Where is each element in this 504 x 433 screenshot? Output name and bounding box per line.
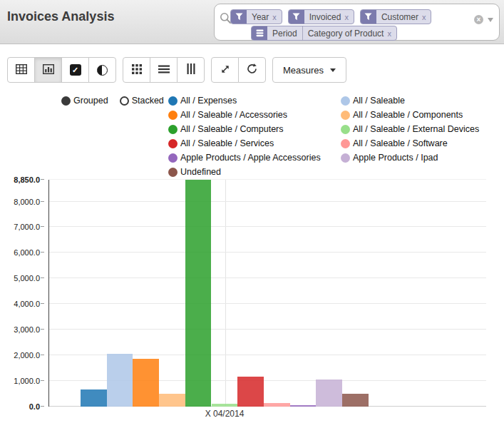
y-tick-mark — [41, 201, 44, 202]
legend-item[interactable]: All / Expenses — [168, 93, 341, 108]
legend-item[interactable]: All / Saleable / Components — [341, 108, 479, 122]
bar[interactable] — [264, 403, 290, 407]
legend-label: Apple Products / Ipad — [353, 153, 438, 163]
legend-item[interactable]: All / Saleable — [341, 93, 479, 108]
table-grid-icon — [16, 64, 27, 76]
grid-dots-icon — [132, 64, 142, 76]
remove-facet-icon[interactable]: x — [422, 13, 426, 21]
bar[interactable] — [159, 394, 185, 407]
legend-item[interactable]: Undefined — [168, 165, 341, 179]
legend-color-dot — [168, 111, 178, 120]
groupby-facet-segment[interactable]: Period — [267, 26, 302, 40]
remove-facet-icon[interactable]: x — [344, 13, 349, 21]
search-facet[interactable]: Yearx — [230, 9, 282, 24]
legend-color-dot — [341, 96, 350, 106]
legend-color-dot — [168, 96, 178, 106]
grouped-radio[interactable]: Grouped — [61, 96, 108, 106]
refresh-button[interactable] — [238, 57, 266, 83]
measures-label: Measures — [283, 65, 324, 76]
bar[interactable] — [290, 405, 317, 407]
search-facet[interactable]: Invoicedx — [288, 9, 354, 24]
legend-label: Apple Products / Apple Accessories — [180, 153, 321, 163]
y-tick-label: 1,000.0 — [14, 377, 40, 385]
clear-search-icon[interactable]: × — [474, 15, 483, 24]
chart-mode-controls: Grouped Stacked — [61, 93, 164, 108]
facet-label: Period — [272, 29, 297, 39]
legend-color-dot — [341, 125, 350, 134]
y-tick-mark — [41, 329, 44, 330]
legend-label: All / Saleable / Computers — [180, 124, 284, 134]
bar[interactable] — [185, 180, 212, 407]
bar[interactable] — [212, 404, 238, 407]
bar[interactable] — [342, 394, 369, 407]
bar[interactable] — [316, 379, 342, 407]
radio-unchecked-icon — [120, 96, 129, 106]
y-tick-label: 3,000.0 — [14, 325, 40, 334]
rows-layout-button[interactable] — [150, 57, 178, 83]
legend-label: All / Expenses — [180, 96, 237, 106]
y-tick-mark — [41, 226, 44, 227]
legend-color-dot — [341, 111, 350, 120]
stacked-radio-label: Stacked — [132, 96, 164, 106]
facet-row-1: Yearx Invoicedx Customerx — [230, 9, 431, 24]
groupby-facet-segment[interactable]: Category of Productx — [302, 26, 396, 40]
y-tick-mark — [41, 355, 44, 355]
search-dropdown-caret-icon[interactable] — [488, 18, 493, 22]
legend-item[interactable]: All / Saleable / Services — [168, 136, 341, 151]
y-tick-label: 7,000.0 — [14, 223, 40, 231]
legend-item[interactable]: All / Saleable / Accessories — [168, 108, 341, 122]
table-view-button[interactable] — [7, 57, 35, 83]
bar-chart-plot — [48, 180, 486, 407]
checked-checkbox-icon: ✓ — [70, 64, 81, 76]
legend-item[interactable]: All / Saleable / External Devices — [341, 122, 479, 136]
invoices-analysis-page: Invoices Analysis Yearx Invoicedx — [0, 0, 504, 433]
gridline — [49, 277, 486, 278]
bar[interactable] — [237, 377, 264, 407]
refresh-icon — [247, 63, 257, 76]
chart-legend: All / ExpensesAll / SaleableAll / Saleab… — [168, 93, 479, 179]
x-axis-label: X 04/2014 — [182, 409, 267, 419]
y-tick-label: 5,000.0 — [14, 274, 40, 282]
gridline — [49, 329, 486, 330]
columns-layout-button[interactable] — [177, 57, 205, 83]
y-tick-mark — [41, 252, 44, 253]
contrast-view-button[interactable] — [88, 57, 116, 83]
groupby-segments: PeriodCategory of Productx — [267, 26, 396, 40]
actions-group — [211, 57, 266, 83]
legend-item[interactable]: All / Saleable / Computers — [168, 122, 341, 136]
facet-row-2: PeriodCategory of Productx — [251, 26, 397, 41]
legend-label: All / Saleable / Services — [180, 138, 274, 148]
y-tick-label: 8,000.0 — [14, 198, 40, 206]
y-tick-label: 0.0 — [29, 402, 40, 411]
y-tick-mark — [41, 380, 44, 381]
expand-button[interactable] — [211, 57, 239, 83]
grid-layout-button[interactable] — [123, 57, 150, 83]
remove-facet-icon[interactable]: x — [272, 13, 277, 21]
search-controls: × — [474, 15, 493, 24]
search-box[interactable]: Yearx Invoicedx Customerx — [214, 4, 500, 41]
stacked-radio[interactable]: Stacked — [120, 96, 164, 106]
bar[interactable] — [107, 354, 133, 407]
checkbox-view-button[interactable]: ✓ — [61, 57, 89, 83]
bar[interactable] — [81, 389, 107, 407]
gridline — [49, 303, 486, 304]
y-tick-label: 8,850.0 — [14, 175, 40, 184]
legend-color-dot — [341, 139, 350, 148]
filter-icon — [231, 10, 247, 24]
y-tick-label: 4,000.0 — [14, 300, 40, 308]
search-facet[interactable]: Customerx — [360, 9, 432, 24]
bar-chart-view-button[interactable] — [34, 57, 62, 83]
legend-item[interactable]: Apple Products / Apple Accessories — [168, 151, 341, 165]
y-tick-mark — [41, 179, 44, 180]
groupby-facet[interactable]: PeriodCategory of Productx — [251, 26, 397, 41]
legend-item[interactable]: Apple Products / Ipad — [341, 151, 479, 165]
bar[interactable] — [133, 359, 159, 407]
remove-facet-icon[interactable]: x — [387, 29, 391, 38]
measures-dropdown-button[interactable]: Measures — [272, 57, 346, 83]
legend-item[interactable]: All / Saleable / Software — [341, 136, 479, 151]
facet-label: Customerx — [376, 10, 431, 24]
gridline — [49, 179, 486, 180]
horizontal-lines-icon — [158, 65, 170, 76]
y-tick-label: 2,000.0 — [14, 351, 40, 360]
y-axis: 0.01,000.02,000.03,000.04,000.05,000.06,… — [0, 180, 44, 407]
